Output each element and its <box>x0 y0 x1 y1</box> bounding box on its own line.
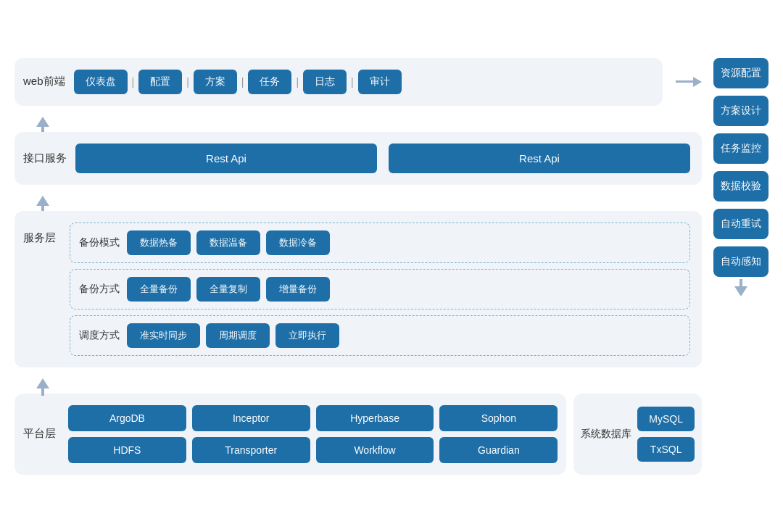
api-layer-label: 接口服务 <box>23 151 67 165</box>
nav-btn-log[interactable]: 日志 <box>303 70 347 94</box>
nav-btn-config[interactable]: 配置 <box>138 70 182 94</box>
service-section-backup-method: 备份方式 全量备份 全量复制 增量备份 <box>70 269 690 309</box>
up-arrow-icon-3 <box>36 378 49 388</box>
platform-btn-guardian[interactable]: Guardian <box>439 437 558 463</box>
api-btn-1[interactable]: Rest Api <box>75 144 377 173</box>
right-btn-data-verify[interactable]: 数据校验 <box>713 171 768 201</box>
web-layer: web前端 仪表盘 | 配置 | 方案 | 任务 | 日志 | 审计 <box>14 58 663 106</box>
api-btn-2[interactable]: Rest Api <box>389 144 690 173</box>
right-btn-resource[interactable]: 资源配置 <box>713 58 768 88</box>
right-btn-plan[interactable]: 方案设计 <box>713 96 768 126</box>
platform-btn-transporter[interactable]: Transporter <box>192 437 310 463</box>
nav-btn-task[interactable]: 任务 <box>248 70 291 94</box>
service-section-backup-mode: 备份模式 数据热备 数据温备 数据冷备 <box>70 223 690 263</box>
service-btn-warm[interactable]: 数据温备 <box>196 230 260 255</box>
web-layer-wrapper: web前端 仪表盘 | 配置 | 方案 | 任务 | 日志 | 审计 <box>14 58 702 106</box>
section-label-backup-mode: 备份模式 <box>79 236 120 249</box>
main-container: web前端 仪表盘 | 配置 | 方案 | 任务 | 日志 | 审计 <box>14 58 768 475</box>
sysdb-btn-txsql[interactable]: TxSQL <box>637 437 695 462</box>
platform-btn-hdfs[interactable]: HDFS <box>68 437 186 463</box>
up-arrow-icon <box>36 117 49 127</box>
platform-btn-sophon[interactable]: Sophon <box>439 405 558 431</box>
platform-btn-hyperbase[interactable]: Hyperbase <box>316 405 434 431</box>
sysdb-btn-mysql[interactable]: MySQL <box>637 407 695 431</box>
section-label-backup-method: 备份方式 <box>79 283 120 296</box>
platform-btn-workflow[interactable]: Workflow <box>316 437 434 463</box>
service-btn-hot[interactable]: 数据热备 <box>127 230 191 255</box>
sysdb-label: 系统数据库 <box>581 428 631 441</box>
right-btn-auto-retry[interactable]: 自动重试 <box>713 209 768 239</box>
section-label-schedule: 调度方式 <box>79 329 120 342</box>
backup-method-btns: 全量备份 全量复制 增量备份 <box>127 277 330 302</box>
down-arrow-icon <box>734 286 747 296</box>
arrow-api-to-service <box>14 191 702 211</box>
api-row: Rest Api Rest Api <box>75 144 690 173</box>
sysdb-box: 系统数据库 MySQL TxSQL <box>573 394 702 475</box>
service-layer: 服务层 备份模式 数据热备 数据温备 数据冷备 备份方式 全量备份 全 <box>14 211 702 367</box>
arrow-service-to-platform <box>14 373 702 394</box>
platform-layer-label: 平台层 <box>23 427 61 441</box>
web-layer-label: web前端 <box>23 75 65 88</box>
nav-btn-dashboard[interactable]: 仪表盘 <box>74 70 128 94</box>
api-layer: 接口服务 Rest Api Rest Api <box>14 132 702 185</box>
right-down-arrow <box>713 284 768 299</box>
backup-mode-btns: 数据热备 数据温备 数据冷备 <box>127 230 330 255</box>
service-btn-immediate[interactable]: 立即执行 <box>276 323 339 348</box>
up-arrow-icon-2 <box>36 196 49 206</box>
service-btn-incr[interactable]: 增量备份 <box>266 277 330 302</box>
service-layer-label: 服务层 <box>23 231 61 245</box>
service-sections: 备份模式 数据热备 数据温备 数据冷备 备份方式 全量备份 全量复制 增量备份 <box>70 223 690 356</box>
right-section: 资源配置 方案设计 任务监控 数据校验 自动重试 自动感知 <box>713 58 768 475</box>
right-btn-task-monitor[interactable]: 任务监控 <box>713 133 768 164</box>
nav-btn-plan[interactable]: 方案 <box>194 70 237 94</box>
web-nav: 仪表盘 | 配置 | 方案 | 任务 | 日志 | 审计 <box>74 70 651 94</box>
platform-layer: 平台层 ArgoDB Inceptor Hyperbase Sophon HDF… <box>14 394 566 475</box>
service-btn-copy[interactable]: 全量复制 <box>196 277 260 302</box>
platform-grid: ArgoDB Inceptor Hyperbase Sophon HDFS Tr… <box>68 405 558 463</box>
nav-btn-audit[interactable]: 审计 <box>358 70 402 94</box>
right-btn-auto-sense[interactable]: 自动感知 <box>713 246 768 277</box>
platform-bottom: 平台层 ArgoDB Inceptor Hyperbase Sophon HDF… <box>14 394 702 475</box>
web-right-arrow <box>668 77 702 87</box>
platform-btn-argodb[interactable]: ArgoDB <box>68 405 186 431</box>
sysdb-btns: MySQL TxSQL <box>637 407 695 462</box>
service-btn-realtime[interactable]: 准实时同步 <box>127 323 200 348</box>
service-btn-cold[interactable]: 数据冷备 <box>266 230 330 255</box>
service-section-schedule: 调度方式 准实时同步 周期调度 立即执行 <box>70 315 690 356</box>
left-panel: web前端 仪表盘 | 配置 | 方案 | 任务 | 日志 | 审计 <box>14 58 702 475</box>
arrow-web-to-api <box>14 112 702 132</box>
service-btn-periodic[interactable]: 周期调度 <box>206 323 270 348</box>
platform-btn-inceptor[interactable]: Inceptor <box>192 405 310 431</box>
service-btn-full[interactable]: 全量备份 <box>127 277 191 302</box>
schedule-btns: 准实时同步 周期调度 立即执行 <box>127 323 339 348</box>
horiz-arrow-line <box>676 77 702 87</box>
